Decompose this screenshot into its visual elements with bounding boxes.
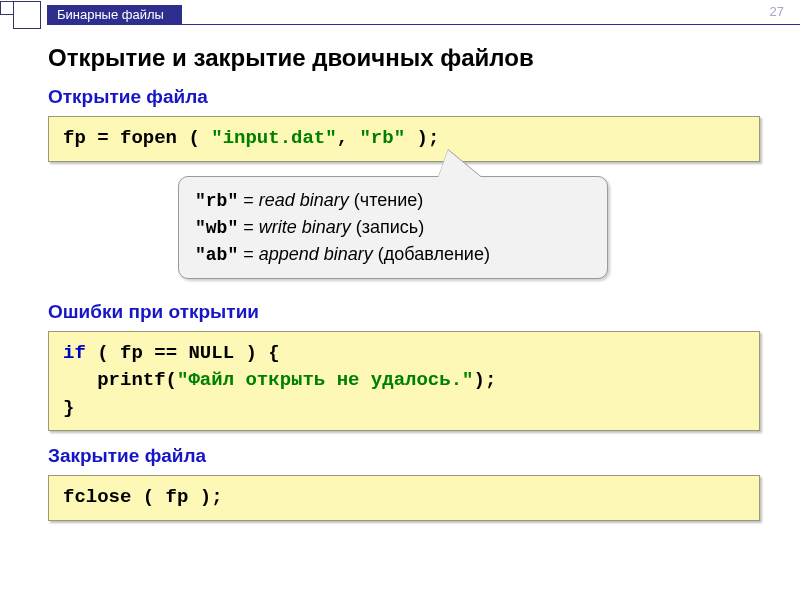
code-text: printf( [63, 369, 177, 391]
code-string: "Файл открыть не удалось." [177, 369, 473, 391]
callout-eq: = [238, 217, 259, 237]
header-tab: Бинарные файлы [47, 5, 182, 25]
code-text: , [337, 127, 360, 149]
callout-ru: (чтение) [349, 190, 423, 210]
code-text: fp = fopen ( [63, 127, 211, 149]
callout-line: "wb" = write binary (запись) [195, 214, 591, 241]
callout-meaning: append binary [259, 244, 373, 264]
callout-meaning: read binary [259, 190, 349, 210]
callout-line: "ab" = append binary (добавление) [195, 241, 591, 268]
callout-meaning: write binary [259, 217, 351, 237]
slide-header: Бинарные файлы [0, 0, 800, 30]
code-string: "input.dat" [211, 127, 336, 149]
code-error-check: if ( fp == NULL ) { printf("Файл открыть… [48, 331, 760, 432]
page-number: 27 [770, 4, 784, 19]
slide-title: Открытие и закрытие двоичных файлов [48, 44, 760, 72]
callout-mode: "rb" [195, 191, 238, 211]
callout-box: "rb" = read binary (чтение) "wb" = write… [178, 176, 608, 279]
callout-body: "rb" = read binary (чтение) "wb" = write… [178, 176, 608, 279]
code-text: ); [473, 369, 496, 391]
callout-ru: (запись) [351, 217, 424, 237]
callout-eq: = [238, 190, 259, 210]
header-rule [182, 24, 800, 25]
code-text: } [63, 397, 74, 419]
code-text: ( fp == NULL ) { [86, 342, 280, 364]
code-open-file: fp = fopen ( "input.dat", "rb" ); [48, 116, 760, 162]
callout-ru: (добавление) [373, 244, 490, 264]
callout-line: "rb" = read binary (чтение) [195, 187, 591, 214]
code-close-file: fclose ( fp ); [48, 475, 760, 521]
header-decoration [0, 1, 41, 29]
callout-pointer-icon [438, 150, 482, 178]
code-keyword: if [63, 342, 86, 364]
deco-box-large [13, 1, 41, 29]
callout-mode: "wb" [195, 218, 238, 238]
slide-content: Открытие и закрытие двоичных файлов Откр… [0, 30, 800, 521]
code-text: ); [405, 127, 439, 149]
section-errors-heading: Ошибки при открытии [48, 301, 760, 323]
code-string: "rb" [359, 127, 405, 149]
deco-box-small [0, 1, 14, 15]
code-text: fclose ( fp ); [63, 486, 223, 508]
callout-mode: "ab" [195, 245, 238, 265]
section-close-heading: Закрытие файла [48, 445, 760, 467]
section-open-heading: Открытие файла [48, 86, 760, 108]
callout-eq: = [238, 244, 259, 264]
